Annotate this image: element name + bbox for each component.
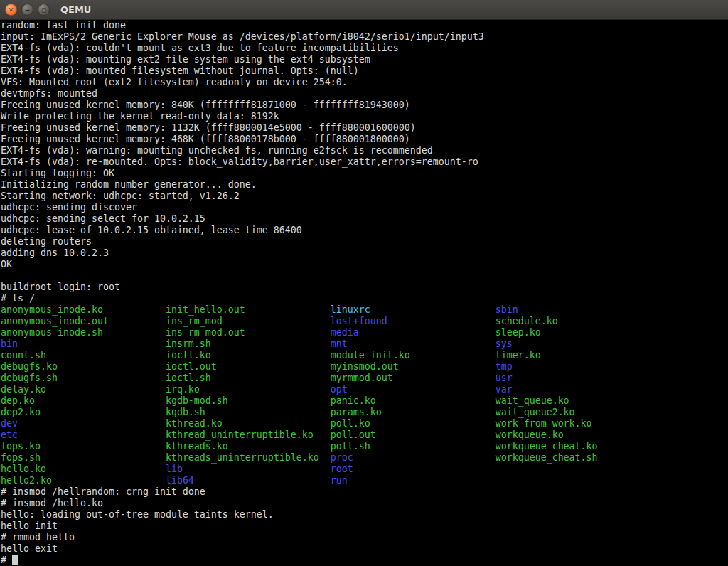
terminal-text: bin	[1, 338, 166, 349]
terminal-text: irq.ko	[166, 384, 331, 395]
terminal-line: Freeing unused kernel memory: 840K (ffff…	[1, 100, 728, 111]
terminal-line: deleting routers	[1, 236, 728, 247]
terminal-line: random: fast init done	[1, 20, 728, 31]
terminal-text: timer.ko	[496, 350, 541, 361]
terminal-text: EXT4-fs (vda): couldn't mount as ext3 du…	[1, 43, 399, 53]
terminal-line: hello exit	[1, 543, 728, 555]
terminal-text: panic.ko	[331, 395, 496, 406]
terminal-line: Initializing random number generator... …	[1, 179, 728, 191]
terminal-text: work_from_work.ko	[496, 418, 592, 429]
close-icon: ✕	[9, 6, 14, 14]
terminal-text: kthread.ko	[166, 418, 331, 429]
terminal-text: udhcpc: lease of 10.0.2.15 obtained, lea…	[1, 225, 302, 235]
minimize-icon: −	[25, 6, 31, 14]
terminal-line: hello.ko lib root	[1, 464, 728, 475]
terminal-text: sbin	[496, 304, 518, 315]
terminal-text: # insmod /hello.ko	[1, 498, 103, 508]
terminal-line: count.sh ioctl.ko module_init.ko timer.k…	[1, 350, 728, 361]
terminal-text: ioctl.sh	[166, 373, 331, 383]
terminal-text: linuxrc	[331, 304, 496, 315]
terminal-text: count.sh	[1, 350, 166, 361]
terminal-line: hello: loading out-of-tree module taints…	[1, 509, 728, 520]
terminal-text: workqueue.ko	[496, 429, 564, 440]
terminal-text: buildroot login: root	[1, 282, 120, 292]
terminal-text: adding dns 10.0.2.3	[1, 247, 109, 258]
window-titlebar[interactable]: ✕ − ◻ QEMU	[0, 0, 728, 20]
terminal-text: anonymous_inode.out	[1, 316, 166, 326]
terminal-text: etc	[1, 429, 166, 440]
terminal-line: EXT4-fs (vda): re-mounted. Opts: block_v…	[1, 156, 728, 168]
terminal-text: insrm.sh	[166, 338, 331, 349]
terminal-text: debugfs.sh	[1, 373, 166, 383]
terminal-line: udhcpc: sending select for 10.0.2.15	[1, 213, 728, 225]
terminal-line	[1, 270, 728, 282]
terminal-text: # ls /	[1, 293, 35, 304]
terminal-text: var	[496, 384, 513, 395]
terminal-line: debugfs.ko ioctl.out myinsmod.out tmp	[1, 361, 728, 373]
terminal-text: opt	[331, 384, 496, 395]
terminal-cursor	[12, 555, 18, 565]
terminal-line: hello2.ko lib64 run	[1, 475, 728, 486]
terminal-text: myinsmod.out	[331, 361, 496, 372]
terminal-text: wait_queue.ko	[496, 395, 569, 406]
terminal-text: module_init.ko	[331, 350, 496, 361]
terminal-text: poll.out	[331, 429, 496, 440]
terminal-line: EXT4-fs (vda): mounted filesystem withou…	[1, 65, 728, 77]
terminal-text: lib	[166, 464, 331, 474]
terminal-text: kthreads_uninterruptible.ko	[166, 452, 331, 463]
terminal-text: ioctl.ko	[166, 350, 331, 361]
terminal-text: myrmmod.out	[331, 373, 496, 383]
terminal-line: EXT4-fs (vda): warning: mounting uncheck…	[1, 145, 728, 156]
terminal-text: proc	[331, 452, 496, 463]
terminal-line: # ls /	[1, 293, 728, 304]
terminal-line: dep.ko kgdb-mod.sh panic.ko wait_queue.k…	[1, 395, 728, 407]
terminal-line: Freeing unused kernel memory: 468K (ffff…	[1, 134, 728, 145]
terminal-line: #	[1, 555, 728, 566]
terminal-text: hello.ko	[1, 464, 166, 474]
terminal-line: anonymous_inode.out ins_rm_mod lost+foun…	[1, 316, 728, 327]
terminal-text: ins_rm_mod	[166, 316, 331, 326]
terminal-text: Freeing unused kernel memory: 1132K (fff…	[1, 122, 416, 133]
terminal-text: VFS: Mounted root (ext2 filesystem) read…	[1, 77, 348, 87]
terminal-text: deleting routers	[1, 236, 92, 247]
terminal-line: dep2.ko kgdb.sh params.ko wait_queue2.ko	[1, 407, 728, 418]
terminal-text: kgdb.sh	[166, 407, 331, 417]
terminal-text: poll.ko	[331, 418, 496, 429]
terminal-line: input: ImExPS/2 Generic Explorer Mouse a…	[1, 31, 728, 43]
terminal-text: Starting logging: OK	[1, 168, 114, 178]
minimize-button[interactable]: −	[21, 4, 33, 16]
terminal-text: workqueue_cheat.sh	[496, 452, 598, 463]
terminal-text: kthreads.ko	[166, 441, 331, 452]
maximize-button[interactable]: ◻	[38, 4, 50, 16]
close-button[interactable]: ✕	[5, 4, 17, 16]
terminal-text: hello exit	[1, 543, 58, 554]
terminal-text: hello2.ko	[1, 475, 166, 486]
terminal-line: EXT4-fs (vda): mounting ext2 file system…	[1, 54, 728, 65]
terminal-text: devtmpfs: mounted	[1, 88, 97, 99]
terminal-text: root	[331, 464, 353, 474]
terminal-text: ins_rm_mod.out	[166, 327, 331, 338]
terminal-text: wait_queue2.ko	[496, 407, 575, 417]
terminal-text: workqueue_cheat.ko	[496, 441, 598, 452]
terminal-text: run	[331, 475, 348, 486]
terminal-text: media	[331, 327, 496, 338]
window-title: QEMU	[60, 4, 91, 15]
terminal-screen[interactable]: random: fast init doneinput: ImExPS/2 Ge…	[0, 20, 728, 566]
terminal-line: adding dns 10.0.2.3	[1, 247, 728, 259]
terminal-text: random: fast init done	[1, 20, 126, 31]
terminal-text: init_hello.out	[166, 304, 331, 315]
terminal-text: params.ko	[331, 407, 496, 417]
terminal-line: Starting network: udhcpc: started, v1.26…	[1, 191, 728, 202]
terminal-line: etc kthread_uninterruptible.ko poll.out …	[1, 429, 728, 441]
terminal-text: udhcpc: sending select for 10.0.2.15	[1, 213, 205, 224]
terminal-line: bin insrm.sh mnt sys	[1, 338, 728, 350]
terminal-line: VFS: Mounted root (ext2 filesystem) read…	[1, 77, 728, 88]
terminal-text: mnt	[331, 338, 496, 349]
terminal-text: EXT4-fs (vda): mounting ext2 file system…	[1, 54, 370, 65]
terminal-line: # rmmod hello	[1, 532, 728, 543]
terminal-line: hello init	[1, 520, 728, 532]
terminal-text: usr	[496, 373, 513, 383]
terminal-text: tmp	[496, 361, 513, 372]
terminal-text: EXT4-fs (vda): re-mounted. Opts: block_v…	[1, 156, 478, 167]
terminal-text: kthread_uninterruptible.ko	[166, 429, 331, 440]
